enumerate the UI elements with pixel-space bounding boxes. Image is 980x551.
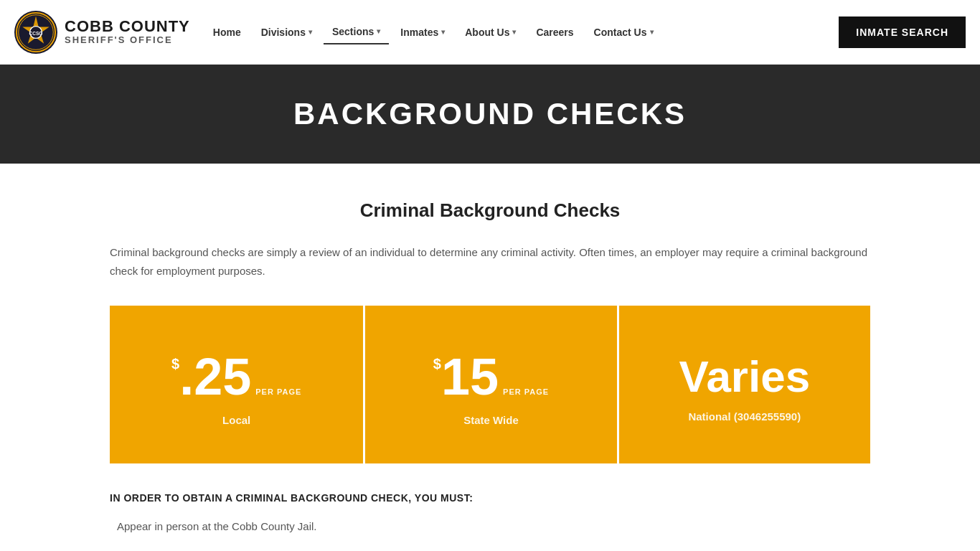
chevron-down-icon: ▾ [512, 28, 516, 36]
nav-careers[interactable]: Careers [527, 21, 582, 44]
pricing-card-national: Varies National (3046255590) [617, 306, 870, 463]
page-hero: BACKGROUND CHECKS [0, 65, 980, 164]
price-label-national: National (3046255590) [688, 410, 801, 423]
page-title: BACKGROUND CHECKS [14, 97, 966, 131]
price-amount-state: 15 [441, 351, 499, 402]
nav-home[interactable]: Home [204, 21, 250, 44]
price-display-state: $ 15 PER PAGE [433, 351, 549, 402]
price-label-state: State Wide [463, 414, 519, 426]
nav-sections[interactable]: Sections ▾ [324, 20, 389, 44]
pricing-card-state: $ 15 PER PAGE State Wide [363, 306, 616, 463]
chevron-down-icon: ▾ [650, 28, 654, 36]
price-dollar-state: $ [433, 357, 441, 371]
logo-text: COBB COUNTY SHERIFF'S OFFICE [65, 18, 190, 45]
price-display-local: $ .25 PER PAGE [171, 351, 301, 402]
nav-divisions[interactable]: Divisions ▾ [253, 21, 321, 44]
chevron-down-icon: ▾ [441, 28, 445, 36]
nav-contact-us[interactable]: Contact Us ▾ [585, 21, 662, 44]
price-dollar-local: $ [171, 357, 179, 371]
nav-inmates[interactable]: Inmates ▾ [392, 21, 453, 44]
main-content: Criminal Background Checks Criminal back… [95, 164, 885, 551]
logo-brand-top: COBB COUNTY [65, 18, 190, 35]
pricing-grid: $ .25 PER PAGE Local $ 15 PER PAGE State… [110, 306, 870, 463]
logo-brand-bottom: SHERIFF'S OFFICE [65, 35, 190, 45]
logo-badge: CCSO [14, 11, 57, 54]
per-page-label-local: PER PAGE [255, 388, 301, 396]
requirements-section: IN ORDER TO OBTAIN A CRIMINAL BACKGROUND… [110, 492, 870, 551]
price-label-local: Local [222, 414, 250, 426]
svg-text:CCSO: CCSO [29, 30, 43, 35]
requirement-item-1: Appear in person at the Cobb County Jail… [110, 518, 870, 535]
logo-svg: CCSO [16, 12, 56, 52]
main-nav: Home Divisions ▾ Sections ▾ Inmates ▾ Ab… [204, 20, 839, 44]
nav-about-us[interactable]: About Us ▾ [456, 21, 524, 44]
pricing-card-local: $ .25 PER PAGE Local [110, 306, 363, 463]
price-amount-local: .25 [179, 351, 251, 402]
per-page-label-state: PER PAGE [503, 388, 549, 396]
price-varies-national: Varies [679, 354, 810, 399]
chevron-down-icon: ▾ [308, 28, 312, 36]
intro-paragraph: Criminal background checks are simply a … [110, 243, 870, 280]
requirement-item-2: Provide a government issued picture iden… [110, 548, 870, 551]
site-header: CCSO COBB COUNTY SHERIFF'S OFFICE Home D… [0, 0, 980, 65]
inmate-search-button[interactable]: INMATE SEARCH [839, 17, 966, 48]
requirements-heading: IN ORDER TO OBTAIN A CRIMINAL BACKGROUND… [110, 492, 870, 504]
section-heading: Criminal Background Checks [110, 199, 870, 222]
chevron-down-icon: ▾ [377, 27, 380, 35]
site-logo[interactable]: CCSO COBB COUNTY SHERIFF'S OFFICE [14, 11, 190, 54]
